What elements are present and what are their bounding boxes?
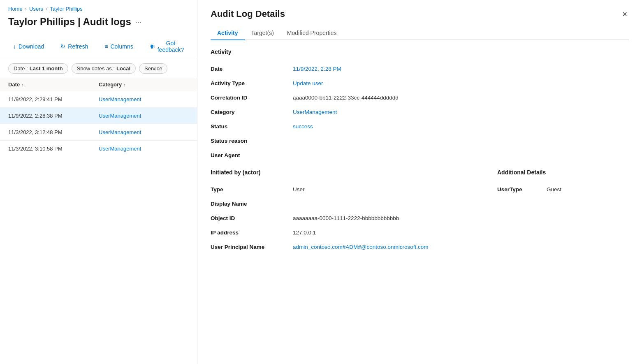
display-name-label: Display Name [211, 197, 293, 211]
row-category-2: UserManagement [99, 129, 189, 135]
breadcrumb-user[interactable]: Taylor Phillips [50, 6, 82, 12]
row-date-3: 11/3/2022, 3:10:58 PM [8, 146, 99, 152]
status-value: success [293, 119, 629, 134]
upn-label: User Principal Name [211, 240, 293, 254]
service-filter-label: Service [144, 65, 162, 72]
col-date-header[interactable]: Date ↑↓ [8, 81, 99, 88]
filter-bar: Date : Last 1 month Show dates as : Loca… [0, 59, 197, 78]
columns-button[interactable]: Columns [100, 41, 138, 52]
row-category-3: UserManagement [99, 146, 189, 152]
date-filter-chip[interactable]: Date : Last 1 month [8, 63, 68, 74]
close-button[interactable]: × [621, 8, 629, 20]
row-date-2: 11/3/2022, 3:12:48 PM [8, 129, 99, 135]
ip-address-value: 127.0.0.1 [293, 225, 497, 240]
refresh-icon [60, 43, 65, 50]
usertype-value: Guest [547, 182, 629, 197]
detail-header: Audit Log Details × [211, 8, 629, 20]
upn-value: admin_contoso.com#ADM#@contoso.onmicroso… [293, 240, 497, 254]
detail-fields-grid: Date 11/9/2022, 2:28 PM Activity Type Up… [211, 62, 629, 162]
tab-activity[interactable]: Activity [211, 26, 245, 39]
show-dates-value: Local [116, 65, 130, 72]
download-button[interactable]: Download [8, 41, 49, 52]
row-date-1: 11/9/2022, 2:28:38 PM [8, 113, 99, 119]
actor-section-title: Initiated by (actor) [211, 169, 497, 176]
actor-fields-grid: Type User Display Name Object ID aaaaaaa… [211, 182, 497, 254]
two-column-section: Initiated by (actor) Type User Display N… [211, 169, 629, 257]
date-label: Date [211, 62, 293, 76]
breadcrumb: Home › Users › Taylor Phillips [0, 0, 197, 14]
row-category-0: UserManagement [99, 96, 189, 102]
correlation-id-label: Correlation ID [211, 90, 293, 105]
additional-section-title: Additional Details [497, 169, 629, 176]
date-filter-label: Date : [14, 65, 28, 72]
correlation-id-value: aaaa0000-bb11-2222-33cc-444444dddddd [293, 90, 629, 105]
table-row[interactable]: 11/3/2022, 3:10:58 PMUserManagement [0, 141, 197, 157]
row-category-1: UserManagement [99, 113, 189, 119]
detail-title: Audit Log Details [211, 9, 285, 19]
activity-type-value: Update user [293, 76, 629, 90]
right-panel: Audit Log Details × Activity Target(s) M… [197, 0, 642, 364]
category-sort-icon: ↑ [123, 82, 126, 87]
table-header: Date ↑↓ Category ↑ [0, 78, 197, 91]
status-label: Status [211, 119, 293, 134]
show-dates-filter-chip[interactable]: Show dates as : Local [72, 63, 136, 74]
table-row[interactable]: 11/9/2022, 2:28:38 PMUserManagement [0, 108, 197, 124]
breadcrumb-home[interactable]: Home [8, 6, 23, 12]
toolbar: Download Refresh Columns Got feedback? [0, 34, 197, 59]
category-value: UserManagement [293, 105, 629, 119]
refresh-button[interactable]: Refresh [56, 41, 93, 52]
table-row[interactable]: 11/9/2022, 2:29:41 PMUserManagement [0, 91, 197, 108]
download-icon [13, 43, 16, 50]
left-panel: Home › Users › Taylor Phillips Taylor Ph… [0, 0, 197, 364]
object-id-label: Object ID [211, 211, 293, 225]
object-id-value: aaaaaaaa-0000-1111-2222-bbbbbbbbbbbb [293, 211, 497, 225]
user-agent-value [293, 148, 629, 162]
ip-address-label: IP address [211, 225, 293, 240]
detail-tabs: Activity Target(s) Modified Properties [211, 26, 629, 40]
activity-type-label: Activity Type [211, 76, 293, 90]
date-filter-value: Last 1 month [30, 65, 63, 72]
status-reason-value [293, 134, 629, 148]
breadcrumb-users[interactable]: Users [29, 6, 43, 12]
table-body: 11/9/2022, 2:29:41 PMUserManagement11/9/… [0, 91, 197, 364]
show-dates-label: Show dates as : [77, 65, 115, 72]
date-sort-icon: ↑↓ [21, 82, 26, 87]
more-options-button[interactable]: ··· [135, 18, 141, 26]
actor-type-label: Type [211, 182, 293, 197]
date-value: 11/9/2022, 2:28 PM [293, 62, 629, 76]
feedback-button[interactable]: Got feedback? [145, 37, 189, 56]
service-filter-chip[interactable]: Service [139, 63, 167, 74]
tab-targets[interactable]: Target(s) [245, 26, 280, 39]
page-title: Taylor Phillips | Audit logs [8, 16, 131, 28]
usertype-label: UserType [497, 182, 547, 197]
tab-modified-properties[interactable]: Modified Properties [280, 26, 343, 39]
category-label: Category [211, 105, 293, 119]
page-title-container: Taylor Phillips | Audit logs ··· [0, 14, 197, 34]
additional-fields-grid: UserType Guest [497, 182, 629, 197]
columns-icon [104, 43, 108, 50]
activity-section-title: Activity [211, 49, 629, 55]
actor-type-value: User [293, 182, 497, 197]
user-agent-label: User Agent [211, 148, 293, 162]
feedback-icon [150, 43, 155, 50]
display-name-value [293, 197, 497, 211]
actor-section: Initiated by (actor) Type User Display N… [211, 169, 497, 257]
col-category-header[interactable]: Category ↑ [99, 81, 189, 88]
row-date-0: 11/9/2022, 2:29:41 PM [8, 96, 99, 102]
table-row[interactable]: 11/3/2022, 3:12:48 PMUserManagement [0, 124, 197, 141]
additional-section: Additional Details UserType Guest [497, 169, 629, 257]
status-reason-label: Status reason [211, 134, 293, 148]
